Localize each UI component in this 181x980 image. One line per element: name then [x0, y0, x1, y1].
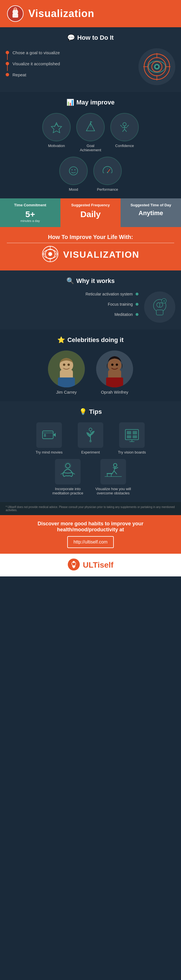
- step-text-2: Visualize it accomplished: [13, 61, 60, 66]
- footer-url[interactable]: http://ultiself.com: [73, 539, 108, 544]
- svg-point-52: [68, 364, 70, 366]
- footer-cta-section: Discover more good habits to improve you…: [0, 515, 181, 554]
- improve-banner-section: How To Improve Your Life With: VISUALIZA…: [0, 227, 181, 270]
- why-item-2: Focus training: [6, 302, 138, 307]
- svg-line-81: [112, 471, 114, 474]
- ultiself-name: ULTiself: [83, 560, 113, 570]
- oprah-name: Oprah Winfrey: [101, 390, 129, 395]
- improve-banner-divider: [7, 243, 174, 243]
- svg-line-25: [120, 125, 122, 127]
- motivation-label: Motivation: [48, 143, 65, 148]
- header-icon: ⚙: [7, 5, 24, 22]
- oprah-photo: [96, 350, 133, 387]
- step-3: Repeat: [6, 72, 133, 77]
- svg-rect-53: [58, 377, 75, 387]
- time-col-day: Suggested Time of Day Anytime: [121, 198, 181, 227]
- svg-point-29: [74, 169, 75, 170]
- svg-point-58: [116, 364, 118, 366]
- step-1: Chose a goal to visualize: [6, 50, 133, 55]
- celebrities-section: ⭐ Celebrities doing it: [0, 329, 181, 401]
- time-commitment-value: 5+: [3, 210, 57, 219]
- celebrities-title: ⭐ Celebrities doing it: [6, 336, 175, 344]
- chart-icon: 📊: [67, 99, 74, 106]
- confidence-icon-circle: [110, 113, 139, 142]
- tip-vision-boards: Try vision boards: [113, 422, 150, 454]
- mood-icon-circle: [59, 157, 88, 185]
- improve-confidence: Confidence: [110, 113, 139, 152]
- step-line-2: [7, 65, 8, 71]
- improve-motivation: Motivation: [42, 113, 71, 152]
- footer-url-box[interactable]: http://ultiself.com: [67, 536, 114, 548]
- ultiself-logo-icon: [68, 558, 80, 572]
- step-line-1: [7, 54, 8, 60]
- page-title: Visualization: [29, 8, 94, 19]
- svg-point-79: [113, 463, 117, 467]
- improve-banner-top: How To Improve Your Life With:: [7, 234, 174, 240]
- tip-overcome-obstacles: Visualize how you will overcome obstacle…: [95, 459, 132, 495]
- tip-meditation: Incorporate into meditation practice: [49, 459, 86, 495]
- why-text-1: Reticular activation system: [86, 292, 133, 296]
- jim-carrey-name: Jim Carrey: [56, 390, 77, 395]
- vision-boards-label: Try vision boards: [118, 450, 146, 454]
- performance-label: Performance: [97, 187, 118, 192]
- eye-circle-icon: [138, 48, 175, 85]
- why-item-1: Reticular activation system: [6, 292, 138, 296]
- how-to-do-it-title: 💬 How to Do It: [6, 34, 175, 41]
- improve-mood: Mood: [59, 157, 88, 192]
- disclaimer-section: * Ultiself does not provide medical advi…: [0, 502, 181, 515]
- improve-banner-title: VISUALIZATION: [63, 250, 140, 260]
- why-dot-3: [136, 313, 138, 316]
- tips-section: 💡 Tips Try mind movies: [0, 401, 181, 502]
- svg-line-24: [125, 129, 127, 132]
- confidence-label: Confidence: [115, 143, 134, 148]
- improve-banner-main: VISUALIZATION: [7, 245, 174, 264]
- why-dot-1: [136, 293, 138, 296]
- why-text-3: Meditation: [114, 312, 133, 317]
- step-dot-3: [6, 73, 9, 76]
- svg-point-18: [90, 123, 91, 124]
- jim-carrey-photo: [48, 350, 85, 387]
- svg-text:⚙: ⚙: [163, 299, 165, 302]
- step-2: Visualize it accomplished: [6, 61, 133, 66]
- improve-circles-row1: Motivation GoalAchievement: [6, 113, 175, 152]
- overcome-obstacles-label: Visualize how you will overcome obstacle…: [95, 487, 132, 495]
- svg-rect-72: [133, 435, 137, 438]
- svg-rect-2: [13, 14, 18, 18]
- svg-point-75: [65, 463, 70, 468]
- svg-point-31: [107, 172, 108, 173]
- footer-cta-text: Discover more good habits to improve you…: [7, 521, 174, 533]
- tip-mind-movies: Try mind movies: [31, 422, 68, 454]
- meditation-icon: [55, 459, 81, 484]
- disclaimer-text: * Ultiself does not provide medical advi…: [6, 506, 175, 512]
- mind-movies-icon: [36, 422, 62, 448]
- star-icon: ⭐: [57, 336, 65, 344]
- why-content: Reticular activation system Focus traini…: [6, 291, 175, 323]
- goal-icon-circle: [76, 113, 105, 142]
- experiment-label: Experiment: [81, 450, 100, 454]
- why-text-2: Focus training: [108, 302, 133, 307]
- celeb-oprah-winfrey: Oprah Winfrey: [96, 350, 133, 395]
- improve-circles-row2: Mood Performance: [6, 157, 175, 192]
- svg-point-27: [69, 167, 78, 175]
- svg-rect-70: [133, 431, 137, 434]
- svg-text:⚙: ⚙: [14, 8, 16, 11]
- svg-line-26: [127, 125, 129, 127]
- overcome-icon: [100, 459, 126, 484]
- svg-point-57: [111, 364, 113, 366]
- time-commitment-section: Time Commitment 5+ minutes a day Suggest…: [0, 198, 181, 227]
- mood-label: Mood: [69, 187, 78, 192]
- tips-title: 💡 Tips: [6, 408, 175, 415]
- brain-circle-icon: ⚙: [144, 291, 175, 323]
- motivation-icon-circle: [42, 113, 71, 142]
- header: ⚙ Visualization: [0, 0, 181, 27]
- step-text-1: Chose a goal to visualize: [13, 50, 60, 55]
- mind-movies-label: Try mind movies: [36, 450, 63, 454]
- goal-label: GoalAchievement: [80, 143, 101, 152]
- tip-experiment: Experiment: [72, 422, 109, 454]
- svg-line-23: [122, 129, 125, 132]
- how-to-do-it-section: 💬 How to Do It Chose a goal to visualize…: [0, 27, 181, 92]
- improve-goal-achievement: GoalAchievement: [76, 113, 105, 152]
- why-list: Reticular activation system Focus traini…: [6, 292, 138, 322]
- meditation-label: Incorporate into meditation practice: [49, 487, 86, 495]
- may-improve-section: 📊 May improve Motivation: [0, 92, 181, 198]
